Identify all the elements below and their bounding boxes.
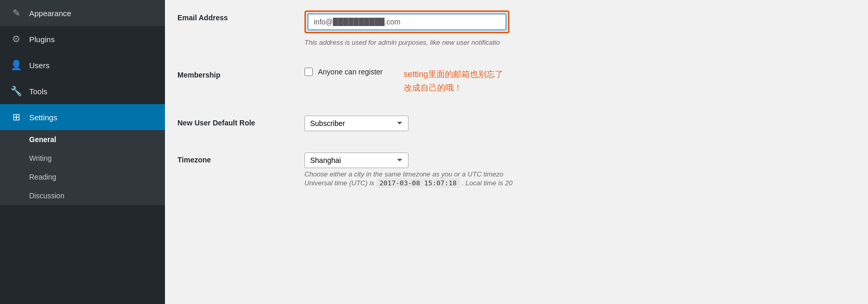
timezone-row: Timezone Shanghai UTC Tokyo Choose eithe… bbox=[165, 142, 868, 198]
new-user-default-role-label: New User Default Role bbox=[177, 116, 292, 127]
sidebar: ✎ Appearance ⚙ Plugins 👤 Users 🔧 Tools ⊞… bbox=[0, 0, 165, 304]
submenu-item-reading[interactable]: Reading bbox=[0, 168, 165, 186]
sidebar-item-settings[interactable]: ⊞ Settings bbox=[0, 104, 165, 130]
submenu-item-writing[interactable]: Writing bbox=[0, 149, 165, 168]
email-address-field: This address is used for admin purposes,… bbox=[304, 10, 856, 46]
role-select[interactable]: Subscriber Contributor Author Editor Adm… bbox=[304, 116, 409, 131]
anyone-can-register-label: Anyone can register bbox=[318, 68, 383, 76]
timezone-select-wrapper: Shanghai UTC Tokyo bbox=[304, 153, 856, 168]
sidebar-item-plugins-label: Plugins bbox=[29, 35, 55, 44]
utc-time-display: Universal time (UTC) is 2017-03-08 15:07… bbox=[304, 178, 856, 188]
email-input[interactable] bbox=[308, 14, 506, 30]
role-select-wrapper: Subscriber Contributor Author Editor Adm… bbox=[304, 116, 856, 131]
timezone-label: Timezone bbox=[177, 153, 292, 164]
email-address-label: Email Address bbox=[177, 10, 292, 22]
tools-icon: 🔧 bbox=[9, 84, 23, 98]
anyone-can-register-checkbox[interactable] bbox=[304, 68, 313, 76]
timezone-field: Shanghai UTC Tokyo Choose either a city … bbox=[304, 153, 856, 188]
sidebar-item-appearance-label: Appearance bbox=[29, 9, 71, 18]
new-user-default-role-field: Subscriber Contributor Author Editor Adm… bbox=[304, 116, 856, 131]
membership-field: Anyone can register setting里面的邮箱也别忘了改成自己… bbox=[304, 68, 856, 94]
new-user-default-role-row: New User Default Role Subscriber Contrib… bbox=[165, 105, 868, 142]
sidebar-item-plugins[interactable]: ⚙ Plugins bbox=[0, 26, 165, 52]
sidebar-item-appearance[interactable]: ✎ Appearance bbox=[0, 0, 165, 26]
users-icon: 👤 bbox=[9, 58, 23, 72]
sidebar-item-tools-label: Tools bbox=[29, 87, 47, 96]
plugins-icon: ⚙ bbox=[9, 32, 23, 46]
local-time-label: . Local time is 20 bbox=[462, 179, 513, 187]
email-highlight-box bbox=[304, 10, 509, 33]
submenu-item-general[interactable]: General bbox=[0, 130, 165, 149]
email-description: This address is used for admin purposes,… bbox=[304, 39, 856, 46]
membership-checkbox-row: Anyone can register bbox=[304, 68, 383, 76]
timezone-description: Choose either a city in the same timezon… bbox=[304, 170, 856, 178]
utc-label: Universal time (UTC) is bbox=[304, 179, 374, 187]
sidebar-item-tools[interactable]: 🔧 Tools bbox=[0, 78, 165, 104]
timezone-select[interactable]: Shanghai UTC Tokyo bbox=[304, 153, 409, 168]
settings-icon: ⊞ bbox=[9, 110, 23, 124]
utc-value: 2017-03-08 15:07:18 bbox=[376, 178, 460, 188]
submenu-item-discussion[interactable]: Discussion bbox=[0, 186, 165, 205]
sidebar-item-settings-label: Settings bbox=[29, 113, 57, 122]
settings-submenu: General Writing Reading Discussion bbox=[0, 130, 165, 205]
membership-annotation: setting里面的邮箱也别忘了改成自己的哦！ bbox=[404, 68, 503, 94]
sidebar-item-users-label: Users bbox=[29, 61, 49, 70]
main-content: Email Address This address is used for a… bbox=[165, 0, 868, 304]
sidebar-item-users[interactable]: 👤 Users bbox=[0, 52, 165, 78]
membership-row: Membership Anyone can register setting里面… bbox=[165, 57, 868, 105]
email-address-row: Email Address This address is used for a… bbox=[165, 0, 868, 57]
appearance-icon: ✎ bbox=[9, 6, 23, 20]
membership-label: Membership bbox=[177, 68, 292, 79]
